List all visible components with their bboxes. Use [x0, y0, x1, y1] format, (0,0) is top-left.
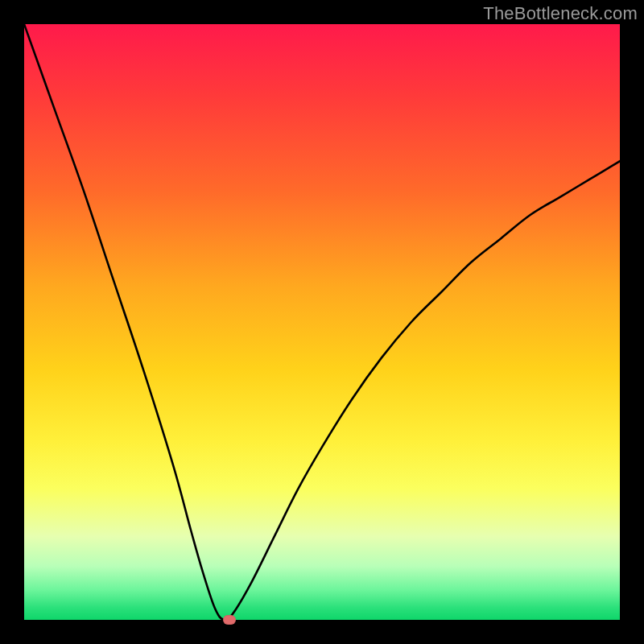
chart-stage: TheBottleneck.com	[0, 0, 644, 644]
chart-plot-area	[24, 24, 620, 620]
optimal-point-marker	[223, 615, 236, 625]
attribution-text: TheBottleneck.com	[483, 3, 638, 24]
bottleneck-curve	[24, 24, 620, 620]
